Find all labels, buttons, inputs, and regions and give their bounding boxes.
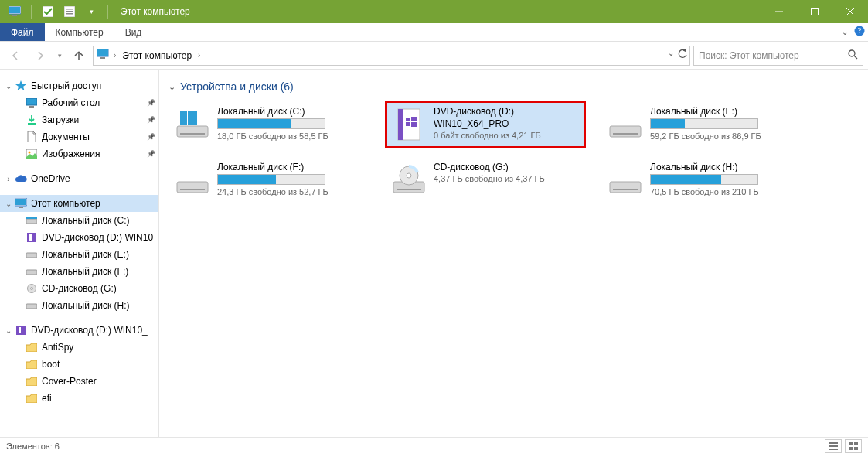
checkbox-icon[interactable] <box>39 3 56 20</box>
sidebar-item-efi[interactable]: efi <box>0 390 158 407</box>
svg-rect-42 <box>406 118 410 121</box>
group-title: Устройства и диски (6) <box>180 80 294 93</box>
drive-grid: Локальный диск (C:)18,0 ГБ свободно из 5… <box>168 101 859 204</box>
sidebar-item-label: Этот компьютер <box>31 198 100 209</box>
chevron-down-icon[interactable]: ⌄ <box>3 82 14 90</box>
titlebar: ▾ Этот компьютер <box>0 0 868 23</box>
sidebar-quick-access[interactable]: ⌄ Быстрый доступ <box>0 77 158 94</box>
sidebar-item-documents[interactable]: Документы <box>0 128 158 145</box>
drive-icon <box>25 251 39 258</box>
sidebar-item-label: Локальный диск (F:) <box>42 266 128 277</box>
drive-free-text: 18,0 ГБ свободно из 58,5 ГБ <box>217 131 364 141</box>
drive-tile[interactable]: Локальный диск (E:)59,2 ГБ свободно из 8… <box>601 101 802 148</box>
drive-name: Локальный диск (H:) <box>650 162 797 172</box>
chevron-down-icon[interactable]: ⌄ <box>3 326 14 335</box>
sidebar-item-boot[interactable]: boot <box>0 356 158 373</box>
sidebar-item-pictures[interactable]: Изображения <box>0 145 158 162</box>
view-tiles-button[interactable] <box>845 439 862 453</box>
refresh-icon[interactable] <box>677 49 688 62</box>
sidebar-onedrive[interactable]: › OneDrive <box>0 170 158 187</box>
desktop-icon <box>25 98 39 108</box>
sidebar-item-label: AntiSpy <box>42 342 73 353</box>
sidebar-item-drive-e[interactable]: Локальный диск (E:) <box>0 246 158 263</box>
file-tab[interactable]: Файл <box>0 23 45 41</box>
this-pc-icon <box>14 198 28 209</box>
svg-rect-15 <box>26 98 37 105</box>
space-bar <box>217 174 325 185</box>
folder-icon <box>25 394 39 403</box>
ribbon-expand-icon[interactable]: ⌄ <box>842 28 848 36</box>
sidebar-item-label: DVD-дисковод (D:) WIN10 <box>42 232 153 243</box>
search-box[interactable]: Поиск: Этот компьютер <box>693 46 863 66</box>
svg-rect-17 <box>28 123 36 125</box>
svg-rect-1 <box>9 7 20 13</box>
address-dropdown-icon[interactable]: ⌄ <box>668 49 674 62</box>
history-dropdown-icon[interactable]: ▾ <box>54 45 65 67</box>
tab-view[interactable]: Вид <box>114 23 153 41</box>
cd-icon <box>25 284 39 293</box>
drive-tile[interactable]: Локальный диск (F:)24,3 ГБ свободно из 5… <box>168 156 369 204</box>
star-icon <box>14 80 28 91</box>
help-icon[interactable]: ? <box>854 26 865 39</box>
properties-icon[interactable] <box>61 3 78 20</box>
sidebar-item-desktop[interactable]: Рабочий стол <box>0 94 158 111</box>
drive-free-text: 4,37 ГБ свободно из 4,37 ГБ <box>434 174 580 183</box>
back-button[interactable] <box>5 45 26 67</box>
sidebar-item-downloads[interactable]: Загрузки <box>0 111 158 128</box>
drive-name: DVD-дисковод (D:) <box>434 106 580 117</box>
address-bar[interactable]: › Этот компьютер › ⌄ <box>93 46 690 66</box>
chevron-right-icon[interactable]: › <box>196 51 202 60</box>
sidebar-item-cover-poster[interactable]: Cover-Poster <box>0 373 158 390</box>
cloud-icon <box>14 174 28 183</box>
sidebar: ⌄ Быстрый доступ Рабочий стол Загрузки Д… <box>0 70 159 437</box>
up-button[interactable] <box>68 45 90 67</box>
svg-rect-31 <box>26 304 37 309</box>
maximize-button[interactable] <box>797 0 832 23</box>
drive-subname: WIN10_X64_PRO <box>434 118 580 129</box>
chevron-down-icon[interactable]: ⌄ <box>3 200 14 208</box>
content-area: ⌄ Устройства и диски (6) Локальный диск … <box>159 70 868 437</box>
group-header[interactable]: ⌄ Устройства и диски (6) <box>168 80 859 93</box>
svg-rect-55 <box>613 189 638 190</box>
forward-button[interactable] <box>29 45 51 67</box>
window-title: Этот компьютер <box>117 6 190 17</box>
sidebar-item-drive-c[interactable]: Локальный диск (C:) <box>0 212 158 229</box>
chevron-right-icon[interactable]: › <box>3 175 14 183</box>
sidebar-item-drive-g[interactable]: CD-дисковод (G:) <box>0 280 158 297</box>
sidebar-item-label: Быстрый доступ <box>31 80 101 91</box>
sidebar-item-label: OneDrive <box>31 173 70 184</box>
svg-rect-28 <box>26 270 37 275</box>
svg-rect-48 <box>177 182 208 193</box>
sidebar-dvd[interactable]: ⌄ DVD-дисковод (D:) WIN10_ <box>0 322 158 339</box>
svg-rect-26 <box>29 234 32 241</box>
sidebar-item-drive-f[interactable]: Локальный диск (F:) <box>0 263 158 280</box>
search-icon[interactable] <box>848 49 858 62</box>
minimize-button[interactable] <box>761 0 797 23</box>
svg-rect-23 <box>26 219 37 224</box>
sidebar-this-pc[interactable]: ⌄ Этот компьютер <box>0 195 158 212</box>
drive-tile[interactable]: Локальный диск (C:)18,0 ГБ свободно из 5… <box>168 101 369 148</box>
chevron-right-icon[interactable]: › <box>112 51 117 60</box>
svg-rect-46 <box>610 126 641 137</box>
drive-tile[interactable]: CD-дисковод (G:)4,37 ГБ свободно из 4,37… <box>385 156 586 204</box>
svg-rect-57 <box>829 445 838 447</box>
view-details-button[interactable] <box>825 439 842 453</box>
sidebar-item-drive-d[interactable]: DVD-дисковод (D:) WIN10 <box>0 229 158 246</box>
drive-icon <box>174 162 211 199</box>
sidebar-item-drive-h[interactable]: Локальный диск (H:) <box>0 297 158 314</box>
drive-free-text: 70,5 ГБ свободно из 210 ГБ <box>650 187 797 196</box>
document-icon <box>25 131 39 142</box>
drive-tile[interactable]: DVD-дисковод (D:)WIN10_X64_PRO0 байт сво… <box>385 101 586 148</box>
breadcrumb-root[interactable]: Этот компьютер <box>121 50 193 61</box>
drive-tile[interactable]: Локальный диск (H:)70,5 ГБ свободно из 2… <box>601 156 802 204</box>
chevron-down-icon[interactable]: ⌄ <box>168 82 175 92</box>
qat: ▾ <box>0 3 117 20</box>
svg-rect-56 <box>829 442 838 444</box>
close-button[interactable] <box>832 0 868 23</box>
qat-dropdown-icon[interactable]: ▾ <box>83 3 100 20</box>
svg-rect-35 <box>180 133 205 135</box>
dvd-icon <box>25 233 39 242</box>
svg-rect-16 <box>29 106 34 108</box>
tab-computer[interactable]: Компьютер <box>45 23 114 41</box>
sidebar-item-antispy[interactable]: AntiSpy <box>0 339 158 356</box>
